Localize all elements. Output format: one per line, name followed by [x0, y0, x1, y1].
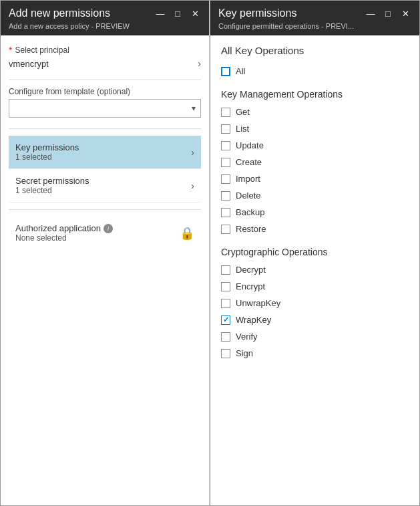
template-label: Configure from template (optional): [9, 87, 201, 96]
unwrapkey-item[interactable]: UnwrapKey: [221, 295, 409, 311]
right-maximize-btn[interactable]: □: [382, 7, 394, 19]
all-key-operations-section: All Key Operations All: [221, 45, 409, 80]
key-permissions-left: Key permissions 1 selected: [15, 142, 79, 162]
right-close-btn[interactable]: ✕: [399, 7, 411, 19]
key-mgmt-title: Key Management Operations: [221, 89, 409, 100]
secret-permissions-left: Secret permissions 1 selected: [15, 176, 89, 195]
sign-checkbox[interactable]: [221, 349, 230, 358]
delete-label: Delete: [236, 191, 261, 201]
verify-item[interactable]: Verify: [221, 328, 409, 345]
backup-checkbox[interactable]: [221, 208, 230, 217]
lock-icon: 🔒: [180, 226, 194, 241]
authorized-section: Authorized application i None selected 🔒: [9, 217, 201, 249]
get-checkbox[interactable]: [221, 108, 230, 117]
unwrapkey-label: UnwrapKey: [236, 298, 280, 308]
decrypt-checkbox[interactable]: [221, 265, 230, 275]
right-minimize-btn[interactable]: —: [365, 7, 377, 19]
all-key-ops-title: All Key Operations: [221, 45, 409, 56]
decrypt-item[interactable]: Decrypt: [221, 261, 409, 278]
right-panel-header: Key permissions — □ ✕ Configure permitte…: [210, 1, 419, 35]
import-label: Import: [236, 174, 260, 184]
get-label: Get: [236, 107, 250, 117]
left-panel-content: * Select principal vmencrypt › Configure…: [1, 35, 209, 505]
list-checkbox[interactable]: [221, 124, 230, 134]
secret-permissions-subtitle: 1 selected: [15, 186, 89, 195]
update-label: Update: [236, 140, 264, 150]
encrypt-checkbox[interactable]: [221, 282, 230, 291]
right-panel-title: Key permissions: [218, 7, 365, 19]
key-permissions-item[interactable]: Key permissions 1 selected ›: [9, 136, 201, 169]
secret-permissions-chevron-icon: ›: [191, 180, 194, 191]
left-minimize-btn[interactable]: —: [154, 7, 166, 19]
import-item[interactable]: Import: [221, 170, 409, 187]
wrapkey-item[interactable]: WrapKey: [221, 311, 409, 328]
left-maximize-btn[interactable]: □: [172, 7, 184, 19]
restore-item[interactable]: Restore: [221, 221, 409, 237]
key-permissions-subtitle: 1 selected: [15, 152, 79, 162]
principal-row[interactable]: vmencrypt ›: [9, 58, 201, 69]
get-item[interactable]: Get: [221, 104, 409, 120]
secret-permissions-item[interactable]: Secret permissions 1 selected ›: [9, 169, 201, 203]
wrapkey-checkbox[interactable]: [221, 315, 230, 325]
required-star: *: [9, 45, 12, 55]
wrapkey-label: WrapKey: [236, 315, 271, 325]
template-select[interactable]: [9, 99, 201, 118]
template-section: Configure from template (optional): [9, 87, 201, 118]
backup-item[interactable]: Backup: [221, 204, 409, 221]
all-checkbox[interactable]: [221, 67, 230, 76]
key-permissions-panel: Key permissions — □ ✕ Configure permitte…: [210, 0, 420, 506]
delete-checkbox[interactable]: [221, 191, 230, 201]
backup-label: Backup: [236, 207, 264, 217]
all-label: All: [236, 66, 245, 76]
encrypt-label: Encrypt: [236, 281, 265, 291]
crypto-title: Cryptographic Operations: [221, 247, 409, 257]
import-checkbox[interactable]: [221, 174, 230, 184]
create-item[interactable]: Create: [221, 154, 409, 170]
decrypt-label: Decrypt: [236, 265, 266, 275]
right-panel-content: All Key Operations All Key Management Op…: [210, 35, 419, 505]
create-checkbox[interactable]: [221, 158, 230, 167]
key-mgmt-section: Key Management Operations Get List Updat…: [221, 89, 409, 237]
left-panel-title: Add new permissions: [9, 7, 154, 19]
all-checkbox-item[interactable]: All: [221, 63, 409, 80]
add-permissions-panel: Add new permissions — □ ✕ Add a new acce…: [0, 0, 210, 506]
unwrapkey-checkbox[interactable]: [221, 299, 230, 308]
list-item[interactable]: List: [221, 120, 409, 137]
divider-1: [9, 80, 201, 80]
create-label: Create: [236, 157, 262, 167]
sign-label: Sign: [236, 348, 253, 358]
sign-item[interactable]: Sign: [221, 345, 409, 362]
divider-2: [9, 128, 201, 129]
principal-chevron-icon: ›: [198, 58, 201, 69]
left-panel-header: Add new permissions — □ ✕ Add a new acce…: [1, 1, 209, 35]
authorized-subtitle: None selected: [15, 233, 113, 243]
key-permissions-chevron-icon: ›: [191, 147, 194, 158]
authorized-title: Authorized application i: [15, 223, 113, 233]
info-icon: i: [103, 224, 113, 233]
principal-value: vmencrypt: [9, 59, 49, 69]
encrypt-item[interactable]: Encrypt: [221, 278, 409, 295]
update-item[interactable]: Update: [221, 137, 409, 154]
right-window-controls: — □ ✕: [365, 7, 411, 19]
update-checkbox[interactable]: [221, 141, 230, 150]
list-label: List: [236, 124, 249, 134]
key-permissions-title: Key permissions: [15, 142, 79, 152]
secret-permissions-title: Secret permissions: [15, 176, 89, 186]
divider-3: [9, 209, 201, 210]
left-panel-subtitle: Add a new access policy - PREVIEW: [9, 22, 201, 30]
delete-item[interactable]: Delete: [221, 187, 409, 204]
principal-label: * Select principal: [9, 45, 201, 55]
restore-label: Restore: [236, 224, 266, 234]
right-panel-subtitle: Configure permitted operations - PREVI..…: [218, 22, 411, 30]
authorized-left: Authorized application i None selected: [15, 223, 113, 243]
verify-checkbox[interactable]: [221, 332, 230, 342]
verify-label: Verify: [236, 332, 258, 342]
left-close-btn[interactable]: ✕: [189, 7, 201, 19]
crypto-section: Cryptographic Operations Decrypt Encrypt…: [221, 247, 409, 362]
principal-section: * Select principal vmencrypt ›: [9, 45, 201, 69]
left-window-controls: — □ ✕: [154, 7, 201, 19]
template-select-wrapper: [9, 99, 201, 118]
restore-checkbox[interactable]: [221, 225, 230, 234]
